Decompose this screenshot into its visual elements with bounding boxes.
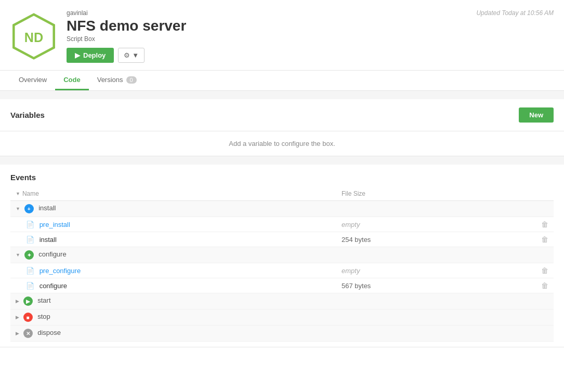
group-label: configure xyxy=(38,250,66,258)
events-section: Events ▼ Name File Size ▼ + install xyxy=(0,165,564,347)
group-chevron: ▶ xyxy=(16,299,19,304)
file-name-cell: 📄 install xyxy=(10,232,336,247)
group-name-cell: ▶ ▶ start xyxy=(10,293,336,309)
new-variable-button[interactable]: New xyxy=(519,107,554,123)
event-file-install-install: 📄 install 254 bytes 🗑 xyxy=(10,232,554,247)
file-delete-cell: 🗑 xyxy=(500,232,554,247)
variables-empty-message: Add a variable to configure the box. xyxy=(0,131,564,156)
group-name-cell: ▶ ■ stop xyxy=(10,309,336,326)
file-delete-cell: 🗑 xyxy=(500,278,554,293)
group-icon: ■ xyxy=(23,313,33,322)
deploy-button[interactable]: ▶ Deploy xyxy=(67,48,114,63)
file-doc-icon: 📄 xyxy=(26,221,34,228)
file-delete-cell: 🗑 xyxy=(500,263,554,278)
section-spacer-top xyxy=(0,91,564,99)
group-label: install xyxy=(38,204,56,212)
chevron-down-icon: ▼ xyxy=(132,51,139,59)
event-file-install-pre_install: 📄 pre_install empty 🗑 xyxy=(10,217,554,232)
svg-text:ND: ND xyxy=(24,30,43,44)
app-title: NFS demo server xyxy=(67,18,554,34)
delete-icon[interactable]: 🗑 xyxy=(541,266,548,275)
group-icon: ✕ xyxy=(23,329,33,338)
group-action-cell xyxy=(500,247,554,263)
tab-versions[interactable]: Versions 0 xyxy=(89,71,145,90)
group-icon: ▶ xyxy=(23,296,33,306)
file-delete-cell: 🗑 xyxy=(500,217,554,232)
deploy-label: Deploy xyxy=(83,51,106,59)
file-size: 567 bytes xyxy=(342,282,371,290)
file-name-cell: 📄 configure xyxy=(10,278,336,293)
delete-icon[interactable]: 🗑 xyxy=(541,281,548,290)
file-size-cell: empty xyxy=(336,263,500,278)
file-name-cell: 📄 pre_install xyxy=(10,217,336,232)
file-size-cell: 254 bytes xyxy=(336,232,500,247)
col-header-filesize: File Size xyxy=(336,187,500,201)
file-name: configure xyxy=(40,282,67,290)
event-group-stop[interactable]: ▶ ■ stop xyxy=(10,309,554,326)
settings-button[interactable]: ⚙ ▼ xyxy=(118,48,145,63)
file-name-cell: 📄 pre_configure xyxy=(10,263,336,278)
event-group-dispose[interactable]: ▶ ✕ dispose xyxy=(10,326,554,342)
app-subtitle: Script Box xyxy=(67,35,554,43)
app-logo: ND xyxy=(10,13,57,60)
group-label: stop xyxy=(37,313,50,320)
tab-bar: Overview Code Versions 0 xyxy=(0,71,564,91)
events-table: ▼ Name File Size ▼ + install 📄 pre_insta… xyxy=(10,187,554,342)
file-doc-icon: 📄 xyxy=(26,236,34,244)
event-group-start[interactable]: ▶ ▶ start xyxy=(10,293,554,309)
variables-section: Variables New xyxy=(0,99,564,131)
tab-code[interactable]: Code xyxy=(55,71,89,90)
col-header-name: ▼ Name xyxy=(10,187,336,201)
group-chevron: ▶ xyxy=(16,315,19,320)
updated-timestamp: Updated Today at 10:56 AM xyxy=(476,9,554,17)
file-doc-icon: 📄 xyxy=(26,267,34,275)
file-size: 254 bytes xyxy=(342,236,371,244)
group-icon: ✦ xyxy=(24,250,34,260)
file-name-link[interactable]: pre_configure xyxy=(40,267,81,275)
group-name-cell: ▶ ✕ dispose xyxy=(10,326,336,342)
group-label: start xyxy=(37,296,50,304)
header: ND gavinlai NFS demo server Script Box ▶… xyxy=(0,0,564,71)
variables-title: Variables xyxy=(10,111,45,119)
event-group-configure[interactable]: ▼ ✦ configure xyxy=(10,247,554,263)
tab-overview[interactable]: Overview xyxy=(10,71,55,90)
col-header-action xyxy=(500,187,554,201)
group-name-cell: ▼ ✦ configure xyxy=(10,247,336,263)
group-chevron: ▼ xyxy=(16,206,20,211)
group-filesize-cell xyxy=(336,201,500,217)
group-filesize-cell xyxy=(336,293,500,309)
group-chevron: ▶ xyxy=(16,331,19,336)
group-action-cell xyxy=(500,201,554,217)
group-name-cell: ▼ + install xyxy=(10,201,336,217)
group-filesize-cell xyxy=(336,326,500,342)
group-label: dispose xyxy=(37,329,61,336)
event-file-configure-configure: 📄 configure 567 bytes 🗑 xyxy=(10,278,554,293)
group-filesize-cell xyxy=(336,309,500,326)
group-action-cell xyxy=(500,309,554,326)
gear-icon: ⚙ xyxy=(124,51,130,59)
file-size-cell: empty xyxy=(336,217,500,232)
header-info: gavinlai NFS demo server Script Box ▶ De… xyxy=(67,9,554,63)
group-icon: + xyxy=(24,204,34,213)
file-size-cell: 567 bytes xyxy=(336,278,500,293)
event-group-install[interactable]: ▼ + install xyxy=(10,201,554,217)
versions-badge: 0 xyxy=(126,76,137,84)
event-file-configure-pre_configure: 📄 pre_configure empty 🗑 xyxy=(10,263,554,278)
file-doc-icon: 📄 xyxy=(26,282,34,290)
delete-icon[interactable]: 🗑 xyxy=(541,220,548,228)
section-spacer-mid xyxy=(0,156,564,165)
file-name-link[interactable]: pre_install xyxy=(40,221,70,228)
group-filesize-cell xyxy=(336,247,500,263)
group-action-cell xyxy=(500,293,554,309)
group-chevron: ▼ xyxy=(16,252,20,258)
group-action-cell xyxy=(500,326,554,342)
header-actions: ▶ Deploy ⚙ ▼ xyxy=(67,48,554,63)
delete-icon[interactable]: 🗑 xyxy=(541,235,548,244)
file-name: install xyxy=(40,236,57,244)
file-size-empty: empty xyxy=(342,267,360,275)
events-title: Events xyxy=(10,173,554,182)
file-size-empty: empty xyxy=(342,221,360,228)
sort-icon: ▼ xyxy=(16,191,20,196)
play-icon: ▶ xyxy=(75,51,80,59)
